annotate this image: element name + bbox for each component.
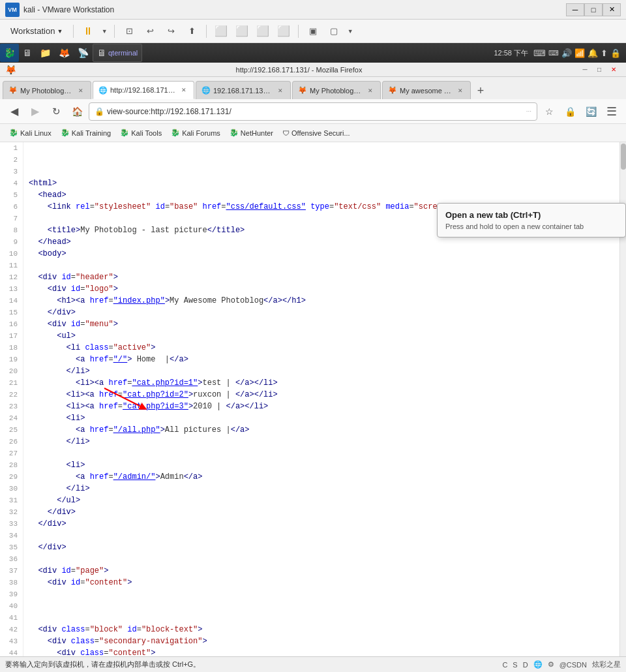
- revert-btn[interactable]: ↩: [141, 22, 159, 40]
- win-minimize-btn[interactable]: ─: [566, 3, 584, 16]
- ff-bookmark-kali-linux[interactable]: 🐉 Kali Linux: [5, 127, 55, 138]
- code-line-25: 25 <a href="/all.php">All pictures |</a>: [0, 424, 626, 436]
- kali-app-files[interactable]: 📁: [36, 44, 55, 62]
- code-line-30: 30 </li>: [0, 483, 626, 495]
- ff-bookmark-nethunter-icon: 🐉: [230, 129, 239, 137]
- view-btn2[interactable]: ⬜: [233, 22, 251, 40]
- ff-tab-photoblog2-close[interactable]: ✕: [366, 86, 375, 95]
- kali-app-firefox[interactable]: 🦊: [55, 44, 74, 62]
- kali-volume-icon[interactable]: 🔊: [561, 48, 572, 58]
- kali-app-network[interactable]: 📡: [74, 44, 93, 62]
- kali-keyboard2-icon[interactable]: ⌨: [548, 49, 559, 57]
- snapshot-btn[interactable]: ↪: [162, 22, 180, 40]
- ff-urlbar-more-icon: ···: [526, 108, 531, 115]
- ff-tab-photoblog2[interactable]: 🦊 My Photoblog - last p... ✕: [292, 81, 381, 99]
- ff-bookmark-kali-training-icon: 🐉: [61, 129, 70, 137]
- ff-forward-btn[interactable]: ▶: [26, 102, 44, 121]
- ff-tab-ip-favicon: 🌐: [98, 86, 108, 95]
- kali-terminal-icon: 🖥: [97, 48, 106, 58]
- status-m-icon[interactable]: ⚙: [548, 660, 554, 669]
- ff-tab-photoblog2-favicon: 🦊: [298, 86, 307, 95]
- fullscreen-dropdown-btn[interactable]: ▼: [346, 22, 355, 40]
- kali-clock: 12:58 下午: [488, 48, 533, 58]
- ff-menu-btn[interactable]: ☰: [603, 102, 621, 121]
- status-d-icon[interactable]: D: [523, 661, 528, 669]
- ff-sync-btn[interactable]: 🔄: [582, 102, 600, 121]
- ff-logo: 🦊: [5, 65, 16, 75]
- pause-btn[interactable]: ⏸: [79, 22, 97, 40]
- ff-tab-admin-close[interactable]: ✕: [276, 86, 285, 95]
- kali-network-icon: 📡: [78, 48, 89, 58]
- kali-notify-icon[interactable]: 🔔: [588, 48, 598, 58]
- code-line-3: 3: [0, 166, 626, 177]
- status-n-icon[interactable]: 🌐: [533, 660, 543, 669]
- code-line-5: 5 <head>: [0, 189, 626, 201]
- fullscreen-btn[interactable]: ▢: [325, 22, 343, 40]
- ff-urlbar[interactable]: 🔒 view-source:http://192.168.171.131/ ··…: [89, 102, 537, 121]
- code-line-10: 10 <body>: [0, 248, 626, 260]
- ff-restore-btn[interactable]: □: [592, 65, 606, 75]
- ff-bookmark-kali-linux-icon: 🐉: [9, 129, 18, 137]
- kali-taskbar-right: 12:58 下午 ⌨ ⌨ 🔊 📶 🔔 ⬆ 🔒: [488, 48, 626, 58]
- kali-app-monitor[interactable]: 🖥: [19, 44, 36, 62]
- pause-dropdown-btn[interactable]: ▼: [100, 22, 109, 40]
- ff-shield-btn[interactable]: 🔒: [561, 102, 579, 121]
- status-csdn-icon[interactable]: C: [502, 661, 507, 669]
- kali-files-icon: 📁: [40, 48, 51, 58]
- send-ctrl-alt-del-btn[interactable]: ⊡: [120, 22, 138, 40]
- ff-bookmarks-bar: 🐉 Kali Linux 🐉 Kali Training 🐉 Kali Tool…: [0, 124, 626, 142]
- ff-close-btn[interactable]: ✕: [606, 65, 621, 75]
- vmware-titlebar: VM kali - VMware Workstation ─ □ ✕: [0, 0, 626, 20]
- kali-monitor-icon: 🖥: [23, 48, 32, 58]
- kali-update-icon[interactable]: ⬆: [601, 48, 608, 58]
- code-line-28: 28 <li>: [0, 459, 626, 471]
- ff-reload-btn[interactable]: ↻: [47, 102, 65, 121]
- view-btn3[interactable]: ⬜: [254, 22, 272, 40]
- kali-network-tray-icon[interactable]: 📶: [574, 48, 585, 58]
- ff-titlebar: 🦊 http://192.168.171.131/ - Mozilla Fire…: [0, 63, 626, 77]
- code-line-18: 18 <li class="active">: [0, 342, 626, 354]
- ff-tab-awesome-label: My awesome Photob...: [400, 87, 452, 95]
- kali-keyboard-icon[interactable]: ⌨: [533, 48, 546, 58]
- ff-tab-photoblog1-close[interactable]: ✕: [76, 86, 85, 95]
- kali-lock-icon[interactable]: 🔒: [610, 48, 621, 58]
- ff-bookmark-kali-tools[interactable]: 🐉 Kali Tools: [116, 127, 166, 138]
- code-line-31: 31 </ul>: [0, 495, 626, 506]
- win-restore-btn[interactable]: □: [584, 3, 603, 16]
- code-line-13: 13 <div id="logo">: [0, 283, 626, 295]
- code-line-39: 39: [0, 588, 626, 600]
- ff-title: http://192.168.171.131/ - Mozilla Firefo…: [20, 66, 578, 74]
- ff-bookmark-offensive[interactable]: 🛡 Offensive Securi...: [278, 128, 354, 138]
- scrollbar-thumb[interactable]: [621, 144, 626, 170]
- ff-back-btn[interactable]: ◀: [5, 102, 23, 121]
- status-s-icon[interactable]: S: [513, 661, 517, 669]
- code-line-27: 27: [0, 448, 626, 459]
- code-line-42: 42 <div class="block" id="block-text">: [0, 624, 626, 635]
- ff-home-btn[interactable]: 🏠: [68, 102, 86, 121]
- ff-tab-awesome-close[interactable]: ✕: [456, 86, 465, 95]
- ff-tab-admin[interactable]: 🌐 192.168.171.131/admi... ✕: [196, 81, 291, 99]
- kali-app-terminal[interactable]: 🖥 qterminal: [93, 44, 142, 62]
- ff-tab-photoblog1[interactable]: 🦊 My Photoblog - last pi... ✕: [3, 81, 91, 99]
- ff-bookmark-kali-forums[interactable]: 🐉 Kali Forums: [167, 127, 224, 138]
- console-btn[interactable]: ▣: [304, 22, 322, 40]
- win-close-btn[interactable]: ✕: [603, 3, 621, 16]
- workstation-menu[interactable]: Workstation ▼: [5, 23, 68, 38]
- ff-new-tab-btn[interactable]: +: [472, 82, 489, 99]
- ff-tab-awesome[interactable]: 🦊 My awesome Photob... ✕: [382, 81, 471, 99]
- suspend-btn[interactable]: ⬆: [183, 22, 201, 40]
- view-btn1[interactable]: ⬜: [212, 22, 230, 40]
- vmware-title: kali - VMware Workstation: [23, 5, 566, 14]
- view-btn4[interactable]: ⬜: [275, 22, 293, 40]
- ff-bookmark-kali-tools-icon: 🐉: [120, 129, 129, 137]
- ff-tab-ip-close[interactable]: ✕: [179, 85, 188, 95]
- ff-star-btn[interactable]: ☆: [540, 102, 558, 121]
- ff-minimize-btn[interactable]: ─: [578, 65, 592, 75]
- new-tab-tooltip: Open a new tab (Ctrl+T) Press and hold t…: [437, 203, 626, 237]
- ff-tab-photoblog2-label: My Photoblog - last p...: [310, 87, 362, 95]
- ff-tab-ip[interactable]: 🌐 http://192.168.171.131/ ✕: [93, 81, 194, 99]
- kali-app-dragon[interactable]: 🐉: [0, 44, 19, 62]
- ff-tab-awesome-favicon: 🦊: [388, 86, 397, 95]
- ff-bookmark-kali-training[interactable]: 🐉 Kali Training: [57, 127, 115, 138]
- ff-bookmark-nethunter[interactable]: 🐉 NetHunter: [226, 127, 277, 138]
